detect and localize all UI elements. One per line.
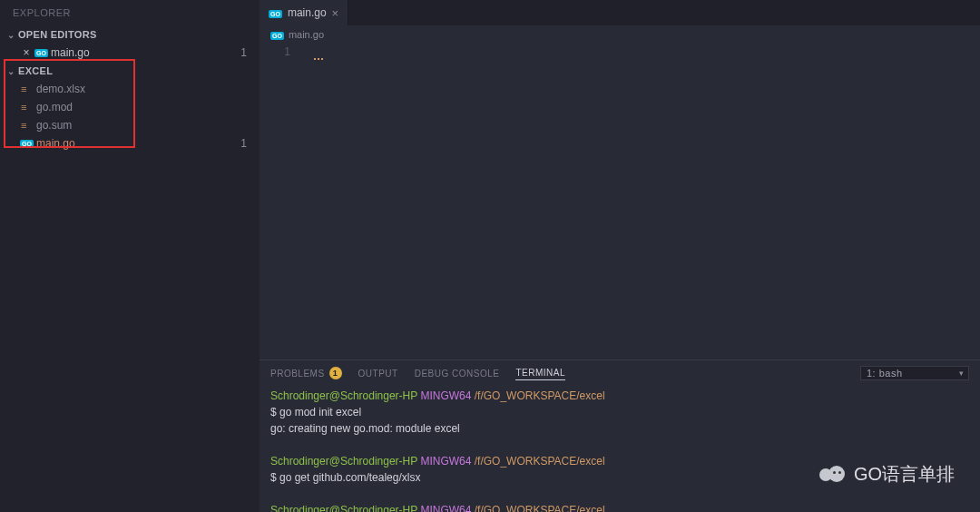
project-label: EXCEL bbox=[18, 65, 53, 76]
tab-problems[interactable]: PROBLEMS 1 bbox=[270, 367, 342, 379]
breadcrumb[interactable]: GO main.go bbox=[260, 25, 980, 44]
problems-badge: 1 bbox=[240, 46, 247, 59]
tab-debug-console[interactable]: DEBUG CONSOLE bbox=[415, 369, 500, 379]
editor-tabbar: GO main.go × bbox=[260, 0, 980, 25]
panel-right-controls: 1: bash ▾ bbox=[860, 366, 969, 380]
breadcrumb-label: main.go bbox=[289, 29, 324, 40]
line-number: 1 bbox=[260, 45, 290, 58]
file-icon: ≡ bbox=[20, 102, 36, 113]
warning-squiggle bbox=[314, 58, 323, 60]
terminal[interactable]: Schrodinger@Schrodinger-HP MINGW64 /f/GO… bbox=[260, 386, 980, 512]
project-header[interactable]: ⌄ EXCEL bbox=[0, 62, 260, 80]
go-file-icon: GO bbox=[269, 6, 282, 19]
panel-tabs: PROBLEMS 1 OUTPUT DEBUG CONSOLE TERMINAL… bbox=[260, 360, 980, 386]
file-item[interactable]: ≡ go.sum bbox=[0, 116, 260, 134]
tab-problems-label: PROBLEMS bbox=[270, 369, 325, 379]
close-tab-icon[interactable]: × bbox=[332, 6, 339, 20]
chevron-down-icon: ⌄ bbox=[7, 30, 18, 40]
file-item[interactable]: GO main.go 1 bbox=[0, 134, 260, 153]
close-icon[interactable]: × bbox=[20, 46, 33, 59]
editor-tab[interactable]: GO main.go × bbox=[260, 0, 348, 25]
line-gutter: 1 bbox=[260, 44, 305, 359]
watermark: GO语言单排 bbox=[819, 462, 955, 487]
main-area: GO main.go × GO main.go 1 PROBLEMS 1 OUT… bbox=[260, 0, 980, 512]
explorer-sidebar: EXPLORER ⌄ OPEN EDITORS × GO main.go 1 ⌄… bbox=[0, 0, 260, 512]
file-item[interactable]: ≡ go.mod bbox=[0, 98, 260, 116]
file-icon: ≡ bbox=[20, 120, 36, 131]
watermark-text: GO语言单排 bbox=[854, 462, 955, 487]
explorer-title: EXPLORER bbox=[0, 0, 260, 25]
open-editor-item[interactable]: × GO main.go 1 bbox=[0, 44, 260, 62]
file-name: go.sum bbox=[36, 119, 252, 132]
tab-terminal[interactable]: TERMINAL bbox=[515, 368, 565, 380]
file-name: main.go bbox=[51, 46, 240, 59]
problems-badge: 1 bbox=[240, 137, 247, 150]
wechat-icon bbox=[819, 464, 847, 486]
file-name: demo.xlsx bbox=[36, 83, 252, 95]
tab-label: main.go bbox=[288, 6, 327, 19]
terminal-selector[interactable]: 1: bash bbox=[860, 366, 969, 380]
open-editors-header[interactable]: ⌄ OPEN EDITORS bbox=[0, 25, 260, 44]
go-file-icon: GO bbox=[270, 29, 284, 40]
go-file-icon: GO bbox=[20, 140, 36, 148]
bottom-panel: PROBLEMS 1 OUTPUT DEBUG CONSOLE TERMINAL… bbox=[260, 359, 980, 512]
open-editors-label: OPEN EDITORS bbox=[18, 29, 97, 40]
chevron-down-icon: ⌄ bbox=[7, 66, 18, 76]
go-file-icon: GO bbox=[34, 49, 51, 57]
file-name: main.go bbox=[36, 137, 240, 150]
tab-output[interactable]: OUTPUT bbox=[358, 369, 398, 379]
editor[interactable]: 1 bbox=[260, 44, 980, 359]
file-icon: ≡ bbox=[20, 84, 36, 94]
file-item[interactable]: ≡ demo.xlsx bbox=[0, 80, 260, 98]
file-name: go.mod bbox=[36, 101, 252, 113]
problems-count-badge: 1 bbox=[329, 367, 342, 379]
